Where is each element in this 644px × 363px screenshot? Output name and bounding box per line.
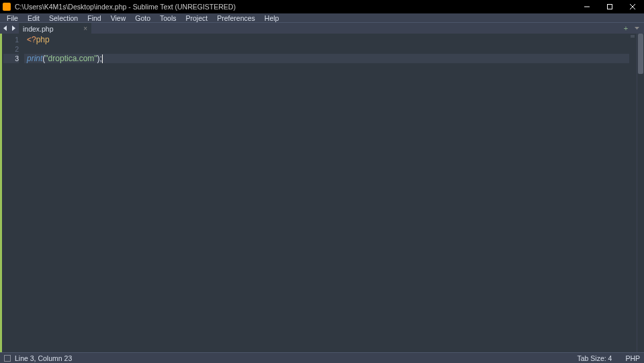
svg-rect-1	[608, 5, 612, 9]
menu-file[interactable]: File	[3, 13, 22, 23]
line-number: 1	[3, 35, 19, 44]
svg-marker-5	[12, 26, 15, 31]
menu-view[interactable]: View	[107, 13, 130, 23]
token-function: print	[27, 54, 42, 63]
line-number: 2	[3, 44, 19, 54]
text-cursor	[102, 54, 103, 63]
tab-forward-button[interactable]	[9, 24, 17, 33]
token-keyword: php	[36, 35, 50, 44]
tab-spacer	[91, 23, 618, 34]
menu-edit[interactable]: Edit	[24, 13, 44, 23]
editor-area[interactable]: 1 2 3 <?php print("droptica.com");	[0, 34, 644, 352]
minimap-content	[631, 35, 635, 38]
menu-selection[interactable]: Selection	[45, 13, 82, 23]
line-number: 3	[3, 54, 19, 63]
tab-close-icon[interactable]: ×	[83, 25, 87, 32]
new-tab-button[interactable]: +	[623, 25, 629, 32]
tab-right-controls: +	[618, 23, 644, 34]
scrollbar-thumb[interactable]	[638, 34, 643, 74]
token-string: droptica.com	[48, 54, 95, 63]
tab-nav-arrows	[0, 23, 19, 34]
menu-project[interactable]: Project	[182, 13, 212, 23]
tab-menu-button[interactable]	[633, 27, 640, 30]
title-bar: C:\Users\K4M1s\Desktop\index.php - Subli…	[0, 0, 644, 13]
menu-tools[interactable]: Tools	[156, 13, 181, 23]
window-controls	[576, 0, 644, 13]
code-content[interactable]: <?php print("droptica.com");	[24, 34, 629, 352]
tab-bar: index.php × +	[0, 22, 644, 34]
menu-help[interactable]: Help	[261, 13, 283, 23]
minimize-button[interactable]	[576, 0, 598, 13]
code-line-2[interactable]	[24, 44, 629, 54]
status-syntax[interactable]: PHP	[625, 354, 640, 362]
tab-index-php[interactable]: index.php ×	[19, 23, 91, 34]
line-number-gutter: 1 2 3	[0, 34, 24, 352]
status-line-column[interactable]: Line 3, Column 23	[15, 354, 72, 362]
panel-toggle-icon[interactable]	[4, 355, 11, 362]
status-bar: Line 3, Column 23 Tab Size: 4 PHP	[0, 352, 644, 363]
menu-bar: File Edit Selection Find View Goto Tools…	[0, 13, 644, 22]
svg-marker-6	[635, 27, 639, 30]
status-tab-size[interactable]: Tab Size: 4	[577, 354, 612, 362]
tab-label: index.php	[23, 25, 54, 33]
app-icon	[3, 3, 11, 11]
window-title: C:\Users\K4M1s\Desktop\index.php - Subli…	[15, 3, 576, 11]
svg-marker-4	[3, 26, 7, 31]
menu-goto[interactable]: Goto	[131, 13, 154, 23]
maximize-button[interactable]	[598, 0, 621, 13]
menu-preferences[interactable]: Preferences	[213, 13, 259, 23]
close-button[interactable]	[621, 0, 644, 13]
vertical-scrollbar[interactable]	[637, 34, 644, 352]
token-open-tag: <?	[27, 35, 36, 44]
tab-back-button[interactable]	[1, 24, 9, 33]
status-right: Tab Size: 4 PHP	[577, 354, 640, 362]
code-line-1[interactable]: <?php	[24, 35, 629, 44]
code-line-3[interactable]: print("droptica.com");	[24, 54, 629, 63]
menu-find[interactable]: Find	[83, 13, 105, 23]
minimap[interactable]	[629, 34, 637, 352]
status-left: Line 3, Column 23	[4, 354, 72, 362]
